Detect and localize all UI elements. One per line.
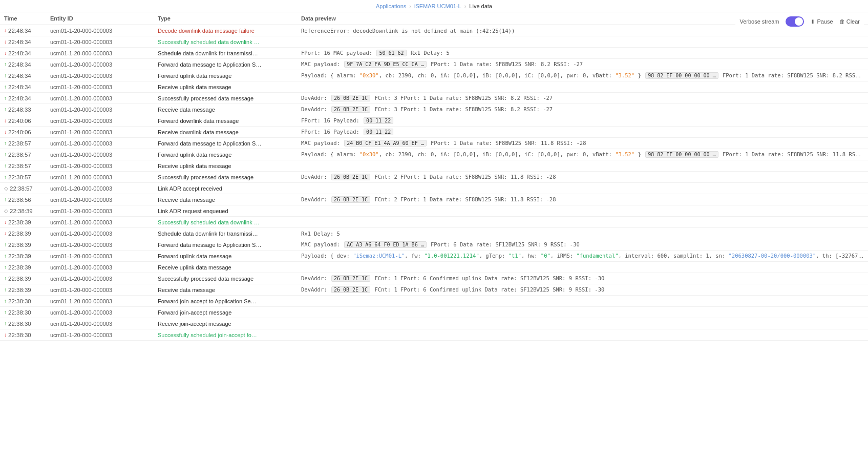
direction-icon: ↑ [4, 321, 7, 326]
table-row[interactable]: ↑ 22:48:34 ucm01-1-20-000-000003 Forward… [0, 70, 868, 81]
cell-entity: ucm01-1-20-000-000003 [50, 197, 158, 203]
cell-entity: ucm01-1-20-000-000003 [50, 298, 158, 304]
table-row[interactable]: ↑ 22:38:30 ucm01-1-20-000-000003 Forward… [0, 307, 868, 318]
time-value: 22:40:06 [8, 118, 31, 124]
table-row[interactable]: ↑ 22:48:33 ucm01-1-20-000-000003 Receive… [0, 104, 868, 115]
direction-icon: ↑ [4, 197, 7, 202]
direction-icon: ↑ [4, 140, 7, 146]
cell-entity: ucm01-1-20-000-000003 [50, 107, 158, 113]
table-row[interactable]: ↑ 22:48:34 ucm01-1-20-000-000003 Forward… [0, 59, 868, 70]
pause-button[interactable]: ⏸ Pause [810, 18, 833, 25]
time-value: 22:38:56 [8, 197, 31, 203]
time-value: 22:38:39 [8, 253, 31, 259]
table-row[interactable]: ↓ 22:38:39 ucm01-1-20-000-000003 Success… [0, 217, 868, 228]
cell-preview: DevAddr: 26 0B 2E 1C FCnt: 1 FPort: 6 Co… [301, 286, 864, 293]
table-row[interactable]: ↓ 22:38:30 ucm01-1-20-000-000003 Success… [0, 329, 868, 341]
table-row[interactable]: ↑ 22:38:30 ucm01-1-20-000-000003 Forward… [0, 296, 868, 307]
time-value: 22:48:34 [8, 95, 31, 101]
table-row[interactable]: ↑ 22:38:56 ucm01-1-20-000-000003 Receive… [0, 194, 868, 205]
time-value: 22:38:39 [8, 264, 31, 270]
cell-time: ↓ 22:48:34 [4, 28, 50, 34]
direction-icon: ↑ [4, 163, 7, 169]
direction-icon: ↑ [4, 276, 7, 281]
clear-button[interactable]: 🗑 Clear [839, 18, 860, 25]
cell-time: ◇ 22:38:39 [4, 208, 50, 214]
cell-preview: Payload: { alarm: "0x30", cb: 2390, ch: … [301, 72, 864, 79]
table-row[interactable]: ↑ 22:38:30 ucm01-1-20-000-000003 Receive… [0, 318, 868, 329]
cell-entity: ucm01-1-20-000-000003 [50, 174, 158, 180]
direction-icon: ↑ [4, 152, 7, 157]
table-row[interactable]: ↑ 22:38:57 ucm01-1-20-000-000003 Receive… [0, 160, 868, 172]
sep1: › [409, 3, 411, 9]
cell-entity: ucm01-1-20-000-000003 [50, 140, 158, 147]
cell-type: Receive uplink data message [158, 163, 301, 169]
cell-time: ↑ 22:38:30 [4, 321, 50, 327]
cell-time: ↑ 22:38:39 [4, 253, 50, 259]
table-row[interactable]: ◇ 22:38:57 ucm01-1-20-000-000003 Link AD… [0, 183, 868, 194]
table-row[interactable]: ↑ 22:48:34 ucm01-1-20-000-000003 Success… [0, 93, 868, 104]
direction-icon: ↑ [4, 253, 7, 259]
cell-entity: ucm01-1-20-000-000003 [50, 231, 158, 237]
table-row[interactable]: ↑ 22:38:57 ucm01-1-20-000-000003 Forward… [0, 149, 868, 160]
data-table: ↓ 22:48:34 ucm01-1-20-000-000003 Decode … [0, 25, 868, 341]
cell-entity: ucm01-1-20-000-000003 [50, 253, 158, 259]
table-row[interactable]: ↓ 22:40:06 ucm01-1-20-000-000003 Forward… [0, 115, 868, 127]
time-value: 22:38:30 [8, 298, 31, 304]
cell-type: Forward join-accept to Application Se… [158, 298, 301, 304]
time-value: 22:48:34 [8, 39, 31, 45]
table-row[interactable]: ↑ 22:38:57 ucm01-1-20-000-000003 Success… [0, 172, 868, 183]
table-row[interactable]: ↓ 22:40:06 ucm01-1-20-000-000003 Receive… [0, 127, 868, 138]
cell-entity: ucm01-1-20-000-000003 [50, 129, 158, 135]
table-row[interactable]: ↑ 22:38:39 ucm01-1-20-000-000003 Success… [0, 273, 868, 284]
toolbar: Verbose stream ⏸ Pause 🗑 Clear [735, 14, 864, 29]
time-value: 22:38:30 [8, 332, 31, 338]
applications-link[interactable]: Applications [376, 3, 406, 9]
cell-time: ↓ 22:38:39 [4, 231, 50, 237]
table-row[interactable]: ◇ 22:38:39 ucm01-1-20-000-000003 Link AD… [0, 205, 868, 217]
cell-time: ↑ 22:38:39 [4, 242, 50, 248]
cell-type: Successfully processed data message [158, 95, 301, 101]
col-type-header: Type [158, 15, 301, 22]
cell-entity: ucm01-1-20-000-000003 [50, 321, 158, 327]
cell-type: Forward data message to Application S… [158, 61, 301, 68]
cell-preview: Rx1 Delay: 5 [301, 231, 864, 237]
cell-time: ↑ 22:48:34 [4, 95, 50, 101]
table-row[interactable]: ↑ 22:48:34 ucm01-1-20-000-000003 Receive… [0, 81, 868, 93]
cell-preview: FPort: 16 Payload: 00 11 22 [301, 129, 864, 135]
cell-type: Forward data message to Application S… [158, 140, 301, 147]
cell-time: ↑ 22:38:57 [4, 174, 50, 180]
time-value: 22:38:39 [8, 287, 31, 293]
device-link[interactable]: iSEMAR UCM01-L [414, 3, 461, 9]
pause-icon: ⏸ [810, 18, 816, 25]
direction-icon: ↑ [4, 73, 7, 78]
cell-type: Receive data message [158, 107, 301, 113]
table-row[interactable]: ↓ 22:48:34 ucm01-1-20-000-000003 Success… [0, 36, 868, 48]
cell-preview: DevAddr: 26 0B 2E 1C FCnt: 3 FPort: 1 Da… [301, 106, 864, 113]
verbose-stream-toggle[interactable] [786, 16, 804, 27]
cell-entity: ucm01-1-20-000-000003 [50, 50, 158, 56]
cell-time: ↑ 22:38:56 [4, 197, 50, 203]
direction-icon: ↓ [4, 219, 7, 225]
time-value: 22:38:57 [8, 152, 31, 158]
table-row[interactable]: ↑ 22:38:39 ucm01-1-20-000-000003 Receive… [0, 284, 868, 296]
direction-icon: ↓ [4, 39, 7, 45]
cell-time: ↓ 22:38:30 [4, 332, 50, 338]
table-row[interactable]: ↑ 22:38:39 ucm01-1-20-000-000003 Receive… [0, 262, 868, 273]
table-row[interactable]: ↑ 22:38:39 ucm01-1-20-000-000003 Forward… [0, 251, 868, 262]
cell-preview: DevAddr: 26 0B 2E 1C FCnt: 1 FPort: 6 Co… [301, 275, 864, 282]
time-value: 22:38:57 [8, 163, 31, 169]
table-row[interactable]: ↑ 22:38:57 ucm01-1-20-000-000003 Forward… [0, 138, 868, 149]
cell-time: ↓ 22:38:39 [4, 219, 50, 225]
cell-entity: ucm01-1-20-000-000003 [50, 287, 158, 293]
cell-preview: DevAddr: 26 0B 2E 1C FCnt: 2 FPort: 1 Da… [301, 174, 864, 180]
hex-value: 26 0B 2E 1C [331, 95, 370, 101]
hex-value: AC A3 A6 64 F0 ED 1A B6 … [344, 241, 427, 248]
cell-type: Link ADR accept received [158, 185, 301, 192]
time-value: 22:38:39 [8, 231, 31, 237]
table-row[interactable]: ↑ 22:38:39 ucm01-1-20-000-000003 Forward… [0, 239, 868, 251]
cell-type: Successfully scheduled join-accept fo… [158, 332, 301, 338]
table-row[interactable]: ↓ 22:38:39 ucm01-1-20-000-000003 Schedul… [0, 228, 868, 239]
table-row[interactable]: ↓ 22:48:34 ucm01-1-20-000-000003 Schedul… [0, 48, 868, 59]
direction-icon: ↑ [4, 107, 7, 112]
cell-time: ↑ 22:38:30 [4, 309, 50, 316]
